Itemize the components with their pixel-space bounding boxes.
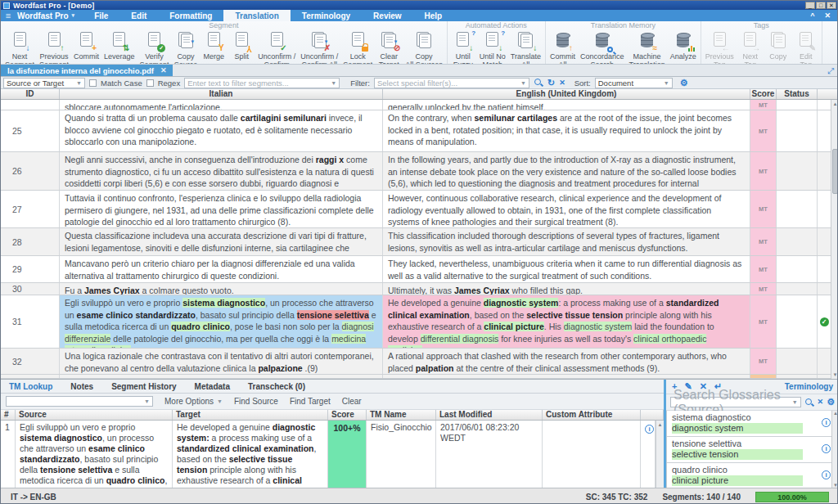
scroll-down-icon[interactable]: ▼ [831,371,838,379]
column-header-status[interactable]: Status [777,89,818,99]
collapse-ribbon-icon[interactable]: ^ [810,11,814,20]
glossary-entry[interactable]: sistema diagnosticodiagnostic systemi [667,411,838,437]
more-options-button[interactable]: More Options ▼ [164,397,223,406]
segment-row[interactable]: sbloccare autonomamente l'articolazione.… [1,100,831,110]
hamburger-icon[interactable]: ≡ [1,10,16,21]
tab-notes[interactable]: Notes [70,382,93,391]
verify-segment-button[interactable]: ✓VerifySegment [137,30,172,65]
menu-file[interactable]: File [83,10,119,21]
segment-row-30[interactable]: 30Fu a James Cyriax a colmare questo vuo… [1,283,831,295]
until-fuzzy-button[interactable]: ↓?UntilFuzzy [449,30,477,65]
segment-source-cell[interactable]: Quando si tratta di un problema causato … [60,110,383,151]
gear-icon[interactable]: ⚙ [827,397,835,407]
filter-scope-dropdown[interactable]: Source or Target▼ [3,78,85,88]
copy-source-button[interactable]: ▾CopySource [172,30,200,65]
expand-panel-icon[interactable]: ⤢ [827,65,838,76]
segment-source-cell[interactable]: Egli sviluppò un vero e proprio sistema … [60,295,383,348]
commit-button[interactable]: +Commit [71,30,101,65]
column-header-id[interactable]: ID [1,89,60,99]
concordance-search-button[interactable]: ConcordanceSearch [578,30,627,65]
machine-translation-button[interactable]: ≈MachineTranslation [627,30,668,65]
tm-header-source[interactable]: Source [16,410,173,420]
search-icon[interactable] [534,78,543,88]
segment-source-cell[interactable]: Questa classificazione includeva una acc… [60,228,383,255]
previous-segment-button[interactable]: ↑PreviousSegment [37,30,71,65]
segment-target-cell[interactable]: A rational approach that clashed with th… [383,349,750,374]
clear-filter-icon[interactable]: ✕ [559,78,565,88]
tab-tm-lookup[interactable]: TM Lookup [9,382,52,391]
segment-target-cell[interactable]: They lacked, nevertheless, unambiguous c… [383,256,750,282]
chevron-down-icon[interactable]: ▾ [394,38,398,45]
glossary-entry[interactable]: tensione selettivaselective tensioni [667,437,838,463]
segment-row-31[interactable]: 31Egli sviluppò un vero e proprio sistem… [1,295,831,349]
tab-metadata[interactable]: Metadata [195,382,230,391]
regex-checkbox[interactable] [146,79,154,87]
segment-target-cell[interactable]: generally unlocked by the patient himsel… [383,100,750,110]
find-source-button[interactable]: Find Source [234,397,278,406]
segment-target-cell[interactable]: This classification included thorough de… [383,228,750,255]
column-header-score[interactable]: Score [750,89,777,99]
tm-header-last-modified[interactable]: Last Modified [436,410,543,420]
segment-source-cell[interactable]: Negli anni successivi, anche in consegue… [60,152,383,190]
menu-translation[interactable]: Translation [223,10,290,21]
segment-row-26[interactable]: 26Negli anni successivi, anche in conseg… [1,152,831,191]
merge-button[interactable]: YMerge [200,30,228,65]
sort-dropdown[interactable]: Document▼ [595,78,673,88]
segment-target-cell[interactable]: In the following years, and partly due t… [383,152,750,190]
segment-row-27[interactable]: 27Tuttavia il continuo confronto, l'espe… [1,191,831,228]
segment-row-28[interactable]: 28Questa classificazione includeva una a… [1,228,831,256]
info-icon[interactable]: i [822,470,831,479]
segment-source-cell[interactable]: sbloccare autonomamente l'articolazione. [60,100,383,110]
segment-target-cell[interactable]: On the contrary, when semilunar cartilag… [383,110,750,151]
until-no-match-button[interactable]: ↓?Until NoMatch [477,30,508,65]
segment-row-32[interactable]: 32Una logica razionale che contrastava c… [1,349,831,375]
segment-source-cell[interactable]: Fu a James Cyriax a colmare questo vuoto… [60,283,383,295]
segment-source-cell[interactable]: Tuttavia il continuo confronto, l'esperi… [60,191,383,227]
glossary-search-input[interactable]: Search Glossaries (Source) ▼ [670,397,801,407]
segment-target-cell[interactable]: Ultimately, it was James Cyriax who fill… [383,283,750,295]
segment-row-25[interactable]: 25Quando si tratta di un problema causat… [1,110,831,152]
tm-search-input[interactable]: ▼ [6,396,153,407]
special-filter-input[interactable]: Select special filter(s)...▼ [374,78,529,88]
chevron-down-icon[interactable]: ▾ [191,38,194,45]
lock-segment-button[interactable]: LockSegment [340,30,375,65]
commit-all-button[interactable]: ↑CommitAll [547,30,578,65]
unconfirm-confirm-all-button[interactable]: ✗▾Unconfirm /Confirm All [298,30,340,65]
tm-header-target[interactable]: Target [173,410,328,420]
info-icon[interactable]: i [822,444,831,453]
match-case-checkbox[interactable] [89,79,97,87]
gear-icon[interactable]: ⚙ [680,78,688,88]
minimize-button[interactable]: _ [805,2,815,9]
scrollbar-thumb[interactable] [832,149,838,194]
app-menu[interactable]: Wordfast Pro ▾ [16,10,83,21]
close-icon[interactable]: ✕ [160,66,167,74]
tm-scrollbar[interactable]: ▲ [656,421,664,488]
glossary-entry[interactable]: quadro clinicoclinical picturei [667,463,838,488]
menu-edit[interactable]: Edit [119,10,158,21]
close-icon[interactable]: ✕ [824,11,831,20]
tm-header-tm-name[interactable]: TM Name [367,410,436,420]
document-tab[interactable]: la disfunzione interna del ginocchio.pdf… [1,65,173,76]
tab-segment-history[interactable]: Segment History [111,382,176,391]
find-target-button[interactable]: Find Target [290,397,331,406]
segment-source-cell[interactable]: Una logica razionale che contrastava con… [60,349,383,374]
clear-button[interactable]: Clear [342,397,362,406]
analyze-button[interactable]: Analyze [668,30,699,65]
segment-scrollbar[interactable]: ▲ ▼ [831,100,838,379]
menu-help[interactable]: Help [413,10,454,21]
refresh-icon[interactable]: ↻ [547,78,555,88]
column-header-target[interactable]: English (United Kingdom) [383,89,750,99]
tab-transcheck-0[interactable]: Transcheck (0) [248,382,305,391]
close-button[interactable]: ✕ [827,2,836,9]
segment-row-29[interactable]: 29Mancavano però un criterio chiaro per … [1,256,831,283]
clear-search-icon[interactable]: ✕ [818,397,824,407]
segment-target-cell[interactable] [383,375,750,378]
terminology-scrollbar[interactable]: ▲ ▼ [831,411,838,488]
chevron-down-icon[interactable]: ▾ [325,38,328,45]
scroll-up-icon[interactable]: ▲ [831,100,838,108]
next-segment-button[interactable]: ↓NextSegment [2,30,37,65]
search-icon[interactable] [804,398,814,407]
segment-target-cell[interactable]: However, continuous collaborative resear… [383,191,750,227]
info-icon[interactable]: i [822,418,831,427]
copy-all-sources-button[interactable]: CopyAll Sources [403,30,445,65]
